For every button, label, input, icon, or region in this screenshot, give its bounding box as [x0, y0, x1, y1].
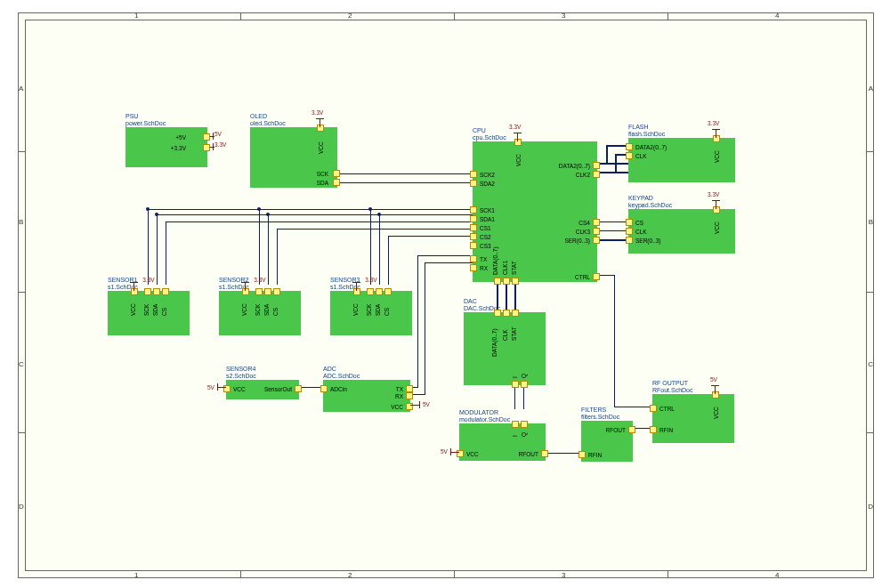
port[interactable] [470, 242, 477, 249]
adc-block[interactable]: ADCin TX RX VCC [323, 380, 410, 412]
port[interactable] [295, 385, 302, 392]
port[interactable] [406, 385, 413, 392]
port[interactable] [503, 310, 510, 317]
port[interactable] [650, 405, 657, 412]
port[interactable] [650, 426, 657, 433]
port[interactable] [470, 171, 477, 178]
cpu-stat: STAT [511, 254, 517, 275]
port[interactable] [470, 215, 477, 222]
port[interactable] [406, 392, 413, 399]
port[interactable] [203, 133, 210, 141]
flash-block[interactable]: DATA2(0..7) CLK VCC [628, 138, 735, 182]
cpu-clk3: CLK3 [576, 229, 590, 235]
s3-sda: SDA [375, 298, 381, 316]
port[interactable] [628, 426, 635, 433]
port[interactable] [512, 310, 519, 317]
port[interactable] [626, 237, 633, 244]
port[interactable] [593, 237, 600, 244]
port[interactable] [713, 206, 720, 213]
port[interactable] [203, 144, 210, 151]
port[interactable] [376, 288, 383, 295]
pwr [217, 387, 226, 388]
keypad-block[interactable]: CS CLK SER(0..3) VCC [628, 209, 735, 254]
rf-name: RF OUTPUT [652, 380, 688, 386]
rf-ctrl: CTRL [659, 406, 675, 412]
port[interactable] [153, 288, 160, 295]
port[interactable] [593, 219, 600, 226]
cpu-name: CPU [473, 127, 486, 133]
port[interactable] [593, 171, 600, 178]
dac-block[interactable]: DATA(0..7) CLK STAT I Q [464, 312, 546, 385]
mod-5v: 5V [441, 448, 448, 455]
port[interactable] [333, 179, 340, 186]
port[interactable] [144, 288, 151, 295]
psu-block[interactable]: +5V +3.3V [125, 127, 207, 167]
port[interactable] [541, 450, 548, 457]
port[interactable] [512, 278, 519, 285]
port[interactable] [626, 143, 633, 150]
oled-block[interactable]: SCK SDA VCC [250, 127, 337, 188]
filt-rfin: RFIN [588, 452, 602, 458]
port[interactable] [512, 381, 519, 388]
port[interactable] [317, 125, 324, 132]
cpu-file: cpu.SchDoc [473, 134, 506, 141]
kp-clk: CLK [635, 229, 647, 235]
port[interactable] [367, 288, 374, 295]
port[interactable] [162, 288, 169, 295]
s4-block[interactable]: VCC SensorOut [226, 380, 299, 399]
port[interactable] [353, 288, 360, 295]
port[interactable] [626, 219, 633, 226]
port[interactable] [626, 152, 633, 159]
s1-block[interactable]: VCC SCK SDA CS [108, 291, 190, 335]
rf-file: RFout.SchDoc [652, 387, 693, 393]
pwr [517, 133, 518, 141]
port[interactable] [320, 385, 328, 392]
filt-block[interactable]: RFIN RFOUT [581, 421, 633, 462]
cpu-tx: TX [480, 256, 487, 262]
port[interactable] [503, 278, 510, 285]
s3-block[interactable]: VCC SCK SDA CS [330, 291, 412, 335]
cpu-block[interactable]: SCK2 SDA2 SCK1 SDA1 CS1 CS2 CS3 TX RX DA… [473, 141, 597, 282]
port[interactable] [593, 273, 600, 280]
port[interactable] [470, 233, 477, 240]
col-3-bot: 3 [562, 571, 565, 579]
port[interactable] [593, 228, 600, 235]
port[interactable] [712, 391, 719, 399]
port[interactable] [494, 310, 501, 317]
wire [259, 209, 260, 285]
port[interactable] [470, 180, 477, 187]
port[interactable] [626, 228, 633, 235]
port[interactable] [273, 288, 280, 295]
s3-vcc: VCC [352, 298, 359, 316]
port[interactable] [470, 264, 477, 271]
port[interactable] [384, 288, 392, 295]
port[interactable] [593, 162, 600, 169]
port[interactable] [264, 288, 271, 295]
port[interactable] [242, 288, 249, 295]
port[interactable] [521, 421, 528, 428]
adc-name: ADC [323, 366, 336, 372]
port[interactable] [131, 288, 138, 295]
port[interactable] [470, 206, 477, 213]
mod-block[interactable]: I Q VCC RFOUT [459, 423, 546, 461]
port[interactable] [578, 451, 586, 458]
row-b-l: B [19, 218, 23, 226]
pwrbar [450, 448, 451, 455]
rf-block[interactable]: CTRL RFIN VCC [652, 394, 734, 443]
wire [277, 229, 278, 285]
s2-block[interactable]: VCC SCK SDA CS [219, 291, 301, 335]
wire [514, 384, 515, 409]
port[interactable] [521, 381, 528, 388]
s1-cs: CS [161, 298, 167, 316]
port[interactable] [470, 255, 477, 262]
port[interactable] [333, 170, 340, 177]
port[interactable] [713, 135, 720, 142]
port[interactable] [470, 224, 477, 231]
pwr [320, 118, 320, 127]
port[interactable] [494, 278, 501, 285]
junction [257, 207, 261, 211]
tick [454, 571, 455, 577]
port[interactable] [512, 421, 519, 428]
port[interactable] [255, 288, 263, 295]
port[interactable] [514, 139, 522, 146]
